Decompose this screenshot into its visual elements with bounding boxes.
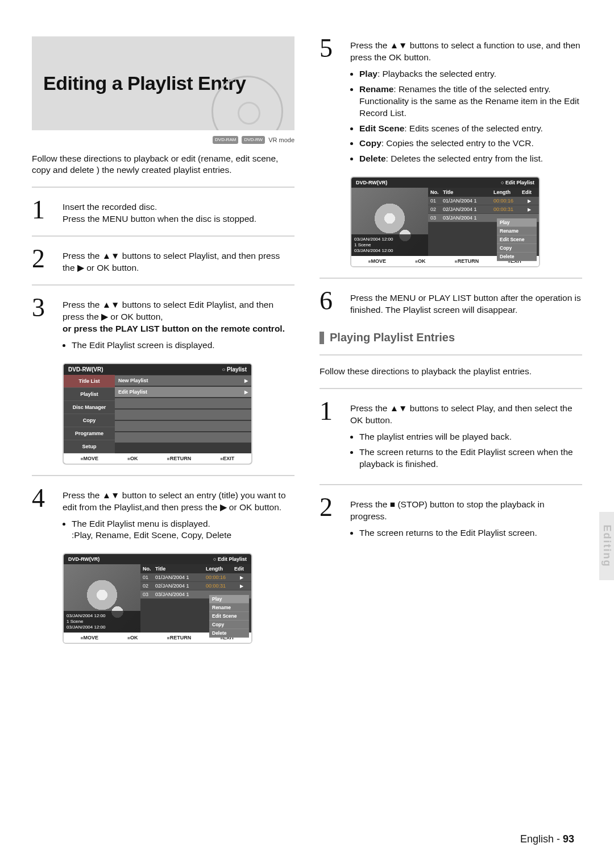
ctx-copy: Copy [497,244,537,253]
step-number: 5 [320,36,342,60]
osd-thumb-line3: 03/JAN/2004 12:00 [67,625,138,630]
step-text: Press the ▲▼ buttons to select Playlist,… [63,247,294,274]
step-text: Press the ▲▼ button to select an entry (… [63,486,294,545]
row-length: 00:00:16 [493,198,522,204]
osd-table: No. Title Length Edit 01 01/JAN/2004 1 0… [428,188,539,256]
step-number: 1 [32,198,55,221]
step-bullets: The playlist entries will be played back… [350,431,582,470]
ctx-play: Play [497,218,537,227]
osd-footer-ok: OK [127,456,138,461]
osd-header: DVD-RW(VR) Edit Playlist [351,177,539,188]
row-arrow-icon [234,574,249,580]
col-title: Title [155,566,206,572]
divider [32,475,294,476]
step-number: 1 [320,399,342,423]
osd-footer-ok: OK [127,635,138,640]
osd-thumb-line2: 1 Scene [67,619,138,625]
chip-dvd-ram: DVD-RAM [213,136,238,144]
osd-menu-playlist: Playlist [64,388,115,401]
osd-table-row: 01 01/JAN/2004 1 00:00:16 [428,197,539,205]
row-no: 03 [143,592,155,597]
step-text-main: Press the ▲▼ button to select an entry (… [63,490,286,512]
section2-intro: Follow these directions to playback the … [320,366,582,378]
footer-page-number: 93 [563,833,574,845]
row-no: 02 [430,206,443,212]
osd-playlist-menu: DVD-RW(VR) Playlist Title List Playlist … [63,363,252,465]
divider [320,484,582,485]
osd-body: Title List Playlist Disc Manager Copy Pr… [64,375,251,453]
step-bullet: The Edit Playlist menu is displayed. :Pl… [72,518,294,542]
divider [32,284,294,286]
step-5: 5 Press the ▲▼ buttons to select a funct… [320,36,582,168]
osd-header-left: DVD-RW(VR) [68,366,103,373]
chip-dvd-rw: DVD-RW [242,136,265,144]
divider [32,235,294,237]
arrow-icon [244,378,248,383]
page-footer: English - 93 [520,833,574,845]
step-text-main: Press the ▲▼ buttons to select a functio… [350,40,580,62]
arrow-icon [244,389,248,395]
osd-line-blank [115,432,251,443]
bullet-edit-scene: Edit Scene: Edits scenes of the selected… [359,123,582,135]
osd-table-row: 01 01/JAN/2004 1 00:00:16 [140,573,251,582]
osd-line-new-playlist: New Playlist [115,375,251,386]
col-no: No. [430,189,443,195]
osd-table-header: No. Title Length Edit [428,188,539,197]
osd-footer-return: RETURN [455,258,479,264]
osd-thumbnail: 03/JAN/2004 12:00 1 Scene 03/JAN/2004 12… [64,564,140,633]
osd-menu-copy: Copy [64,414,115,427]
step-text: Press the ■ (STOP) button to stop the pl… [350,495,582,543]
osd-table-header: No. Title Length Edit [140,564,251,573]
ctx-copy: Copy [209,621,249,629]
ctx-rename: Rename [209,604,249,612]
ctx-play: Play [209,595,249,604]
step-bullet: The screen returns to the Edit Playlist … [359,527,582,539]
step-text-main: Press the ▲▼ buttons to select Play, and… [350,403,572,425]
divider [32,187,294,188]
osd-header-right: Edit Playlist [501,180,534,185]
osd-header: DVD-RW(VR) Edit Playlist [64,554,251,564]
footer-sep: - [554,833,563,845]
osd-footer: MOVE OK RETURN EXIT [64,453,251,464]
step-1: 1 Insert the recorded disc. Press the ME… [32,198,294,225]
osd-menu-programme: Programme [64,427,115,440]
osd-line-label: New Playlist [118,378,148,383]
osd-footer-move: MOVE [81,635,98,640]
row-no: 03 [430,215,443,221]
mode-row: DVD-RAM DVD-RW VR mode [32,136,294,144]
osd-thumb-line2: 1 Scene [354,242,425,248]
osd-header-right: Playlist [222,366,247,373]
osd-mid: 03/JAN/2004 12:00 1 Scene 03/JAN/2004 12… [64,564,251,633]
osd-footer-return: RETURN [167,456,191,461]
osd-header-left: DVD-RW(VR) [356,180,387,185]
row-no: 01 [143,574,155,580]
osd-header: DVD-RW(VR) Playlist [64,364,251,375]
row-title: 03/JAN/2004 1 [443,215,493,221]
osd-line-blank [115,398,251,408]
step-6: 6 Press the MENU or PLAY LIST button aft… [320,289,582,316]
ctx-delete: Delete [209,629,249,638]
osd-thumb-meta: 03/JAN/2004 12:00 1 Scene 03/JAN/2004 12… [351,234,428,256]
section2-step-2: 2 Press the ■ (STOP) button to stop the … [320,495,582,543]
step-text-main: Press the ■ (STOP) button to stop the pl… [350,499,545,521]
bullet-play: Play: Playbacks the selected entry. [359,68,582,80]
step-number: 6 [320,289,342,312]
bullet-text: : Edits scenes of the selected entry. [404,123,543,133]
step-number: 2 [32,247,55,270]
row-title: 03/JAN/2004 1 [155,592,206,597]
bullet-text: : Copies the selected entry to the VCR. [381,138,534,148]
step-text: Press the MENU or PLAY LIST button after… [350,289,582,316]
row-title: 01/JAN/2004 1 [443,198,493,204]
row-length: 00:00:16 [206,574,234,580]
divider [320,278,582,279]
row-arrow-icon [522,206,537,212]
row-arrow-icon [522,198,537,204]
osd-sidebar: Title List Playlist Disc Manager Copy Pr… [64,375,115,453]
manual-page: Editing Editing a Playlist Entry DVD-RAM… [0,0,614,868]
osd-thumb-line3: 03/JAN/2004 12:00 [354,248,425,254]
col-length: Length [206,566,234,572]
bullet-label: Play [359,69,377,78]
step-text: Press the ▲▼ buttons to select Play, and… [350,399,582,474]
step-2: 2 Press the ▲▼ buttons to select Playlis… [32,247,294,274]
section2-step-1: 1 Press the ▲▼ buttons to select Play, a… [320,399,582,474]
